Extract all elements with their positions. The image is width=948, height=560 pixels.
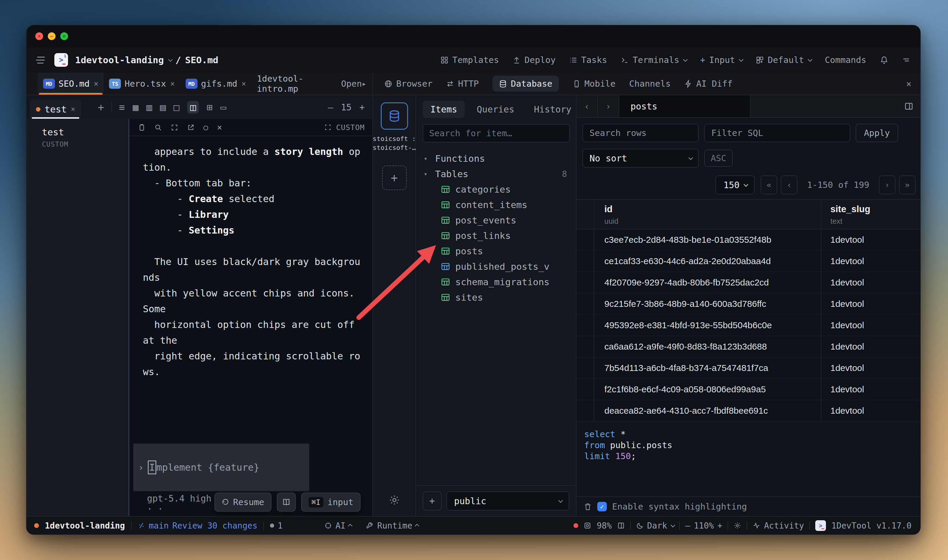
row-gutter[interactable] (577, 251, 594, 272)
history-back-button[interactable]: ‹ (577, 95, 598, 117)
connection-button[interactable] (381, 102, 408, 130)
table-row[interactable]: 495392e8-e381-4bfd-913e-55bd504b6c0e1dev… (577, 315, 920, 336)
tree-group-tables[interactable]: ▾ Tables 8 (424, 166, 567, 182)
row-gutter[interactable] (577, 379, 594, 400)
history-forward-button[interactable]: › (598, 95, 619, 117)
cell-id[interactable]: ce1caf33-e630-44c6-ad2a-2e0d20abaa4d (594, 251, 822, 272)
layout-columns-icon[interactable]: ▥ (146, 102, 153, 113)
tab-mobile[interactable]: Mobile (573, 76, 616, 92)
close-tab-icon[interactable]: × (94, 79, 99, 88)
templates-button[interactable]: Templates (441, 55, 499, 65)
layout-list-icon[interactable]: ≡ (119, 102, 125, 113)
project-name[interactable]: 1devtool-landing (75, 55, 164, 65)
panel-toggle-icon[interactable] (617, 522, 625, 529)
close-tab-icon[interactable]: × (242, 79, 246, 88)
cell-id[interactable]: c3ee7ecb-2d84-483b-be1e-01a03552f48b (594, 229, 822, 250)
cell-id[interactable]: deacea82-ae64-4310-acc7-fbdf8bee691c (594, 400, 822, 421)
cell-site-slug[interactable]: 1devtool (822, 379, 920, 400)
open-button[interactable]: Open (341, 78, 362, 89)
terminals-dropdown[interactable]: Terminals (621, 55, 686, 65)
tab-history[interactable]: History (526, 101, 579, 118)
close-terminal-icon[interactable]: × (217, 123, 222, 132)
add-workspace-tab-button[interactable]: + (98, 101, 104, 113)
notifications-button[interactable] (880, 56, 888, 64)
cell-id[interactable]: f2c1f6b8-e6cf-4c09-a058-0806ed99a9a5 (594, 379, 822, 400)
tab-seo-md[interactable]: MD SEO.md × (38, 73, 104, 95)
prompt-input[interactable]: › I mplement {feature} (133, 444, 309, 491)
row-gutter[interactable] (577, 315, 594, 335)
add-connection-button[interactable]: + (382, 165, 407, 190)
search-rows-input[interactable] (583, 124, 699, 142)
cell-site-slug[interactable]: 1devtool (822, 229, 920, 250)
sort-select[interactable]: No sort (583, 149, 699, 168)
settings-gear-icon[interactable] (734, 522, 741, 529)
minimize-window-button[interactable]: – (48, 32, 55, 40)
row-gutter[interactable] (577, 336, 594, 357)
tab-intro-mp[interactable]: 1devtool-intro.mp (251, 73, 333, 95)
commands-button[interactable]: Commands (825, 55, 866, 65)
table-row[interactable]: c3ee7ecb-2d84-483b-be1e-01a03552f48b1dev… (577, 229, 920, 251)
layout-dropdown[interactable]: Default (756, 55, 811, 65)
row-gutter[interactable] (577, 358, 594, 378)
cell-site-slug[interactable]: 1devtool (822, 315, 920, 335)
table-item-post_events[interactable]: post_events (424, 212, 567, 228)
menu-icon[interactable] (36, 57, 46, 63)
open-external-icon[interactable] (187, 124, 194, 131)
statusbar-project[interactable]: 1devtool-landing (45, 521, 125, 531)
input-shortcut-button[interactable]: ⌘I input (301, 492, 361, 512)
cell-site-slug[interactable]: 1devtool (822, 251, 920, 272)
add-schema-button[interactable]: + (422, 491, 442, 511)
scroll-tabs-right-icon[interactable]: ▸ (362, 79, 367, 88)
sql-editor[interactable]: select *from public.postslimit 150; (577, 422, 920, 497)
grid-tab-posts[interactable]: posts (619, 95, 751, 117)
trash-icon[interactable] (584, 502, 592, 511)
page-size-select[interactable]: 150 (715, 175, 755, 194)
tab-channels[interactable]: Channels (629, 76, 671, 92)
close-panel-icon[interactable]: × (906, 78, 911, 89)
runtime-menu-button[interactable]: Runtime (366, 521, 419, 531)
table-row[interactable]: deacea82-ae64-4310-acc7-fbdf8bee691c1dev… (577, 400, 920, 422)
asc-toggle-button[interactable]: ASC (704, 149, 733, 167)
item-search-input[interactable] (422, 124, 570, 142)
tasks-button[interactable]: Tasks (569, 55, 607, 65)
close-tab-icon[interactable]: × (170, 79, 175, 88)
layout-split-icon[interactable]: ◫ (187, 101, 199, 114)
table-item-post_links[interactable]: post_links (424, 228, 567, 243)
close-window-button[interactable]: × (35, 32, 43, 40)
tab-hero-tsx[interactable]: TS Hero.tsx × (104, 73, 180, 95)
font-size-minus-button[interactable]: – (328, 102, 333, 112)
table-item-schema_migrations[interactable]: schema_migrations (424, 274, 567, 290)
table-row[interactable]: ce1caf33-e630-44c6-ad2a-2e0d20abaa4d1dev… (577, 251, 920, 272)
tab-browser[interactable]: Browser (384, 76, 432, 92)
row-gutter[interactable] (577, 294, 594, 314)
syntax-highlighting-checkbox[interactable]: ✓ (597, 502, 607, 511)
cell-site-slug[interactable]: 1devtool (822, 336, 920, 357)
next-page-button[interactable]: › (879, 175, 896, 194)
workspace-tab-test[interactable]: test × (30, 100, 81, 119)
toggle-side-panel-button[interactable] (904, 95, 920, 117)
fullscreen-icon[interactable] (171, 124, 178, 131)
table-row[interactable]: 7b54d113-a6cb-4fa8-b374-a7547481f7ca1dev… (577, 358, 920, 379)
table-row[interactable]: 4f20709e-9297-4adb-80b6-fb7525dac2cd1dev… (577, 272, 920, 294)
terminal-pane[interactable]: ○ × CUSTOM appears to include a story le… (129, 119, 372, 516)
input-dropdown[interactable]: + Input (700, 55, 742, 65)
font-size-plus-button[interactable]: + (359, 102, 365, 112)
resume-button[interactable]: Resume (214, 492, 271, 512)
cell-site-slug[interactable]: 1devtool (822, 272, 920, 293)
activity-button[interactable]: Activity (752, 521, 804, 531)
cell-site-slug[interactable]: 1devtool (822, 358, 920, 378)
schema-select[interactable]: public (446, 491, 569, 511)
tab-items[interactable]: Items (422, 101, 465, 118)
tab-gifs-md[interactable]: MD gifs.md × (180, 73, 251, 95)
prev-page-button[interactable]: ‹ (781, 175, 797, 194)
first-page-button[interactable]: « (761, 175, 777, 194)
table-row[interactable]: 9c215fe7-3b86-48b9-a140-600a3d786ffc1dev… (577, 294, 920, 315)
tab-http[interactable]: HTTP (446, 76, 479, 92)
clipboard-icon[interactable] (138, 124, 145, 131)
table-item-categories[interactable]: categories (424, 182, 567, 197)
cell-site-slug[interactable]: 1devtool (822, 294, 920, 314)
terminal-output[interactable]: appears to include a story length option… (129, 136, 372, 444)
cell-id[interactable]: 7b54d113-a6cb-4fa8-b374-a7547481f7ca (594, 358, 822, 378)
database-settings-gear-icon[interactable] (388, 494, 400, 506)
last-page-button[interactable]: » (899, 175, 916, 194)
